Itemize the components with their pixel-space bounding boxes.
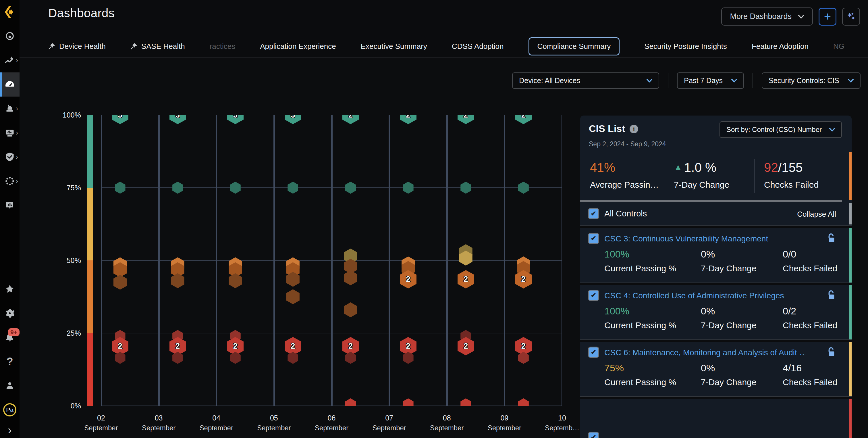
tab-ractices[interactable]: ractices: [210, 42, 236, 51]
vertical-scrollbar-thumb[interactable]: [849, 203, 851, 225]
severity-strip: [849, 399, 851, 438]
time-range-filter-select[interactable]: Past 7 Days: [677, 72, 744, 89]
hex-data-point[interactable]: [115, 352, 126, 364]
hex-data-point[interactable]: 2: [342, 115, 359, 124]
hex-data-point[interactable]: 2: [458, 270, 474, 289]
scrollbar-thumb[interactable]: [580, 200, 842, 202]
tab-feature-adoption[interactable]: Feature Adoption: [752, 42, 809, 51]
tab-application-experience[interactable]: Application Experience: [260, 42, 336, 51]
sidebar-item-settings-objects[interactable]: ›: [0, 169, 20, 193]
hex-data-point[interactable]: 3: [285, 115, 301, 124]
gridline: [158, 115, 160, 406]
info-icon[interactable]: i: [629, 125, 638, 133]
all-controls-checkbox[interactable]: [589, 209, 598, 218]
stat-7day-change: ▲1.0 % 7-Day Change: [674, 152, 729, 190]
tab-executive-summary[interactable]: Executive Summary: [361, 42, 427, 51]
tab-compliance-summary[interactable]: Compliance Summary: [528, 37, 620, 56]
hex-data-point[interactable]: [172, 182, 183, 194]
csc-row-4[interactable]: CSC 4: Controlled Use of Administrative …: [580, 285, 851, 340]
sidebar-item-command-center[interactable]: [0, 24, 20, 48]
unlock-icon[interactable]: [827, 347, 836, 358]
app-logo[interactable]: [0, 0, 20, 24]
hex-data-point[interactable]: [230, 352, 241, 364]
hex-data-point[interactable]: [172, 352, 183, 364]
hex-data-point[interactable]: [345, 182, 356, 194]
hex-data-point[interactable]: [344, 302, 357, 317]
hex-data-point[interactable]: [287, 182, 298, 194]
hex-data-point[interactable]: [518, 398, 529, 406]
sidebar-item-dashboards[interactable]: [0, 72, 20, 96]
csc-4-checkbox[interactable]: [589, 291, 598, 300]
all-controls-label: All Controls: [604, 209, 647, 218]
sort-by-select[interactable]: Sort by: Control (CSC) Number: [719, 121, 842, 138]
collapse-all-button[interactable]: Collapse All: [797, 210, 836, 219]
change-label: 7-Day Change: [701, 320, 756, 330]
hex-data-point[interactable]: [287, 352, 298, 364]
tab-device-health[interactable]: Device Health: [48, 42, 106, 51]
sidebar-item-account[interactable]: Pa: [0, 398, 20, 422]
hex-data-point[interactable]: [345, 398, 356, 406]
csc-partial-checkbox[interactable]: [589, 433, 598, 438]
hex-data-point[interactable]: [230, 182, 241, 194]
security-controls-filter-select[interactable]: Security Controls: CIS: [762, 72, 861, 89]
hex-data-point[interactable]: [344, 270, 357, 285]
tab-label: Application Experience: [260, 42, 336, 51]
hex-data-point[interactable]: 3: [112, 115, 128, 124]
csc-row-3[interactable]: CSC 3: Continuous Vulnerability Manageme…: [580, 228, 851, 283]
hex-data-point[interactable]: 3: [169, 115, 186, 124]
sidebar-item-incidents[interactable]: ›: [0, 96, 20, 121]
hex-data-point[interactable]: [518, 352, 529, 364]
failed-label: Checks Failed: [783, 377, 837, 387]
more-dashboards-button[interactable]: More Dashboards: [721, 7, 813, 26]
csc-3-link[interactable]: CSC 3: Continuous Vulnerability Manageme…: [604, 234, 768, 243]
csc-3-checkbox[interactable]: [589, 234, 598, 243]
sidebar-item-user[interactable]: [0, 374, 20, 398]
tab-ng[interactable]: NG: [833, 42, 844, 51]
hex-data-point[interactable]: [345, 352, 356, 364]
tab-security-posture-insights[interactable]: Security Posture Insights: [644, 42, 727, 51]
csc-row-6[interactable]: CSC 6: Maintenance, Monitoring and Analy…: [580, 342, 851, 396]
csc-4-link[interactable]: CSC 4: Controlled Use of Administrative …: [604, 291, 784, 300]
sidebar-item-settings[interactable]: [0, 301, 20, 325]
ai-assistant-button[interactable]: [842, 8, 860, 26]
csc-6-link[interactable]: CSC 6: Maintenance, Monitoring and Analy…: [604, 348, 805, 357]
hex-data-point[interactable]: [115, 182, 126, 194]
hex-data-point[interactable]: [403, 352, 413, 364]
sidebar-item-insights[interactable]: ›: [0, 48, 20, 72]
hex-data-point[interactable]: [460, 398, 471, 406]
sidebar-item-reports[interactable]: [0, 193, 20, 217]
severity-strip: [849, 152, 851, 200]
csc-row-partial[interactable]: [580, 399, 851, 438]
hex-data-point[interactable]: 2: [458, 115, 474, 124]
hex-data-point[interactable]: [403, 398, 413, 406]
hex-data-point[interactable]: 3: [227, 115, 244, 124]
hex-data-point[interactable]: [518, 182, 529, 194]
hex-data-point[interactable]: 2: [515, 270, 532, 289]
hex-data-point[interactable]: [229, 273, 242, 288]
sidebar-item-notifications[interactable]: 9+: [0, 325, 20, 349]
add-dashboard-button[interactable]: +: [818, 8, 836, 26]
tab-sase-health[interactable]: SASE Health: [130, 42, 185, 51]
hex-data-point[interactable]: 2: [458, 337, 474, 355]
hex-data-point[interactable]: [403, 182, 413, 194]
hex-data-point[interactable]: 2: [515, 115, 532, 124]
hex-data-point[interactable]: 2: [400, 270, 416, 289]
chevron-down-icon: [829, 128, 835, 132]
sidebar-item-security-posture[interactable]: ›: [0, 145, 20, 169]
csc-6-checkbox[interactable]: [589, 348, 598, 357]
unlock-icon[interactable]: [827, 233, 836, 244]
trend-up-icon: ▲: [674, 163, 682, 172]
checks-failed-numerator: 92: [764, 160, 778, 174]
unlock-icon[interactable]: [827, 290, 836, 301]
hex-data-point[interactable]: [286, 289, 300, 304]
hex-data-point[interactable]: [114, 275, 127, 290]
hex-data-point[interactable]: 2: [400, 115, 416, 124]
horizontal-scrollbar[interactable]: [580, 200, 851, 203]
sidebar-item-favorites[interactable]: [0, 277, 20, 301]
sidebar-expand-button[interactable]: ›: [0, 422, 20, 438]
hex-data-point[interactable]: [460, 182, 471, 194]
sidebar-item-help[interactable]: ?: [0, 349, 20, 374]
tab-cdss-adoption[interactable]: CDSS Adoption: [452, 42, 504, 51]
hex-data-point[interactable]: [171, 273, 184, 288]
sidebar-item-workflows[interactable]: ›: [0, 121, 20, 145]
